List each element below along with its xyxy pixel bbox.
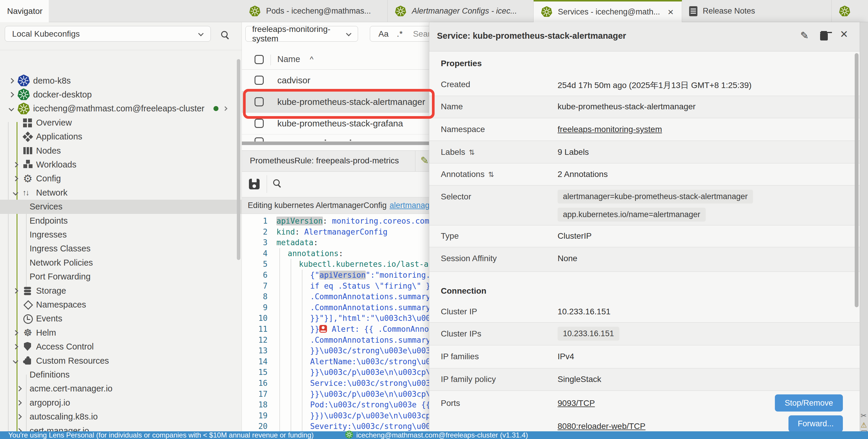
chevron-right-icon[interactable] [16, 400, 22, 405]
edit-service-icon[interactable]: ✎ [800, 30, 809, 40]
name-column-header[interactable]: Name [277, 54, 300, 64]
sidebar-item-docker-desktop[interactable]: docker-desktop [0, 88, 242, 102]
select-all-checkbox[interactable] [254, 55, 264, 64]
sidebar-item-network[interactable]: ↑↓Network [0, 185, 242, 200]
row-checkbox[interactable] [254, 137, 264, 141]
sidebar-item-helm[interactable]: ☸Helm [0, 326, 242, 340]
delete-service-icon[interactable] [820, 31, 828, 40]
indent-guide [290, 378, 291, 389]
sidebar-item-label: demo-k8s [33, 76, 71, 86]
sidebar-item-acme-cert-manager-io[interactable]: acme.cert-manager.io [0, 382, 242, 396]
edit-pencil-icon[interactable]: ✎ [421, 156, 429, 165]
tab-pods[interactable]: Pods - icecheng@mathmas... [242, 0, 388, 22]
sidebar-item-icecheng-mathmast-com-freeleaps-cluster[interactable]: icecheng@mathmast.com@freeleaps-cluster [0, 102, 242, 116]
sidebar-item-config[interactable]: ⚙Config [0, 172, 242, 186]
expand-icon[interactable]: ⇅ [488, 170, 494, 178]
sidebar-item-nodes[interactable]: Nodes [0, 143, 242, 158]
row-checkbox[interactable] [254, 119, 264, 128]
sidebar-item-label: Services [30, 202, 62, 211]
chevron-right-icon[interactable] [223, 106, 228, 111]
code-text: .CommonAnnotations.summary }} [310, 302, 444, 313]
tab-close-icon[interactable]: × [668, 7, 674, 17]
sidebar-item-label: Events [36, 314, 62, 324]
sidebar-item-cert-manager-io[interactable]: cert-manager.io [0, 424, 242, 431]
cluster-status-text[interactable]: icecheng@mathmast.com@freeleaps-cluster … [356, 431, 528, 439]
annotations-label-text: Annotations [441, 170, 485, 179]
sidebar-item-services[interactable]: Services [0, 200, 242, 214]
scissors-icon[interactable]: ✂ [861, 411, 867, 420]
forward-button[interactable]: Forward... [788, 415, 843, 432]
row-checkbox[interactable] [254, 76, 264, 85]
search-icon[interactable] [221, 31, 228, 37]
tab-alertmanager-configs[interactable]: Alertmanager Configs - icec... [388, 0, 534, 22]
sidebar-item-network-policies[interactable]: Network Policies [0, 256, 242, 270]
chevron-right-icon[interactable] [13, 162, 18, 167]
warning-icon[interactable]: ⚠ [861, 421, 867, 429]
sidebar-item-overview[interactable]: Overview [0, 115, 242, 130]
indent-guide [279, 389, 280, 400]
namespace-select[interactable]: freeleaps-monitoring-system [245, 26, 358, 42]
sidebar-item-ingress-classes[interactable]: Ingress Classes [0, 242, 242, 256]
sidebar-item-definitions[interactable]: Definitions [0, 368, 242, 382]
chevron-right-icon[interactable] [13, 344, 18, 349]
indent-guide [290, 313, 291, 324]
sidebar-item-access-control[interactable]: Access Control [0, 340, 242, 354]
sidebar-item-port-forwarding[interactable]: Port Forwarding [0, 270, 242, 284]
chevron-right-icon[interactable] [16, 414, 22, 419]
save-icon[interactable] [249, 179, 259, 189]
port-8080-link[interactable]: 8080:reloader-web/TCP [558, 421, 645, 431]
sidebar-item-ingresses[interactable]: Ingresses [0, 228, 242, 242]
tab-partial[interactable] [832, 0, 868, 22]
sort-ascending-icon[interactable]: ^ [310, 55, 313, 64]
sidebar-item-workloads[interactable]: Workloads [0, 158, 242, 172]
sidebar-item-demo-k8s[interactable]: demo-k8s [0, 74, 242, 88]
sidebar-item-label: Port Forwarding [30, 272, 90, 281]
port-9093-link[interactable]: 9093/TCP [558, 399, 595, 408]
chevron-right-icon[interactable] [16, 386, 22, 392]
chevron-right-icon[interactable] [8, 78, 14, 83]
panel-scrollbar[interactable] [855, 53, 859, 307]
namespace-link[interactable]: freeleaps-monitoring-system [558, 125, 662, 134]
kubeconfig-select[interactable]: Local Kubeconfigs [5, 26, 211, 42]
indent-guide [279, 367, 280, 378]
sidebar-item-endpoints[interactable]: Endpoints [0, 213, 242, 228]
line-number: 5 [242, 259, 268, 270]
sidebar-item-events[interactable]: Events [0, 312, 242, 326]
cluster-tree: demo-k8sdocker-desktopicecheng@mathmast.… [0, 50, 242, 431]
sidebar-item-argoproj-io[interactable]: argoproj.io [0, 396, 242, 410]
chevron-down-icon[interactable] [8, 106, 14, 111]
indent-guide [290, 259, 291, 270]
chevron-down-icon[interactable] [13, 358, 18, 363]
tab-label: Services - icecheng@math... [558, 7, 660, 16]
regex-button[interactable]: .* [397, 29, 403, 39]
row-checkbox[interactable] [254, 97, 264, 106]
tab-release-notes[interactable]: Release Notes [682, 0, 832, 22]
sidebar-item-storage[interactable]: Storage [0, 283, 242, 298]
chevron-right-icon[interactable] [13, 330, 18, 335]
close-panel-icon[interactable]: × [840, 28, 848, 40]
sidebar-scrollbar[interactable] [237, 59, 240, 260]
column-separator [271, 55, 271, 65]
separator [415, 151, 415, 171]
chevron-down-icon[interactable] [13, 190, 18, 195]
sidebar-item-label: Custom Resources [36, 356, 109, 366]
sidebar-item-label: Ingress Classes [30, 244, 90, 254]
sidebar-item-namespaces[interactable]: Namespaces [0, 298, 242, 312]
sidebar-item-autoscaling-k8s-io[interactable]: autoscaling.k8s.io [0, 410, 242, 424]
sidebar-item-custom-resources[interactable]: Custom Resources [0, 353, 242, 368]
stop-remove-button[interactable]: Stop/Remove [775, 394, 843, 411]
match-case-button[interactable]: Aa [378, 29, 389, 39]
line-number: 19 [242, 410, 268, 421]
chevron-right-icon[interactable] [13, 176, 18, 181]
chevron-right-icon[interactable] [8, 92, 14, 97]
sidebar-item-applications[interactable]: Applications [0, 130, 242, 144]
indent-guide [279, 302, 280, 313]
editor-search-icon[interactable] [273, 179, 280, 186]
indent-guide [302, 291, 303, 302]
type-value: ClusterIP [558, 231, 592, 241]
tab-services-active[interactable]: Services - icecheng@math... × [534, 0, 682, 22]
db-icon [23, 285, 33, 296]
chevron-right-icon[interactable] [13, 288, 18, 293]
expand-icon[interactable]: ⇅ [469, 148, 475, 156]
tab-label: Alertmanager Configs - icec... [412, 6, 517, 16]
